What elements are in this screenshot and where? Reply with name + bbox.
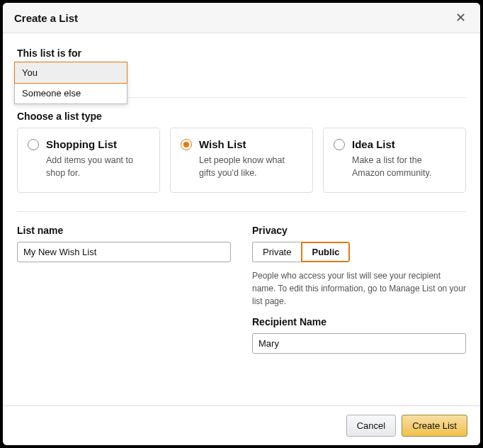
card-title: Shopping List [46,138,117,150]
modal-footer: Cancel Create List [3,405,480,445]
list-type-row: Shopping List Add items you want to shop… [17,128,466,193]
list-type-wish[interactable]: Wish List Let people know what gifts you… [170,128,313,193]
modal-title: Create a List [14,12,78,24]
radio-icon[interactable] [181,139,192,150]
card-head: Wish List [181,138,302,150]
list-for-section: This list is for You Someone else [17,47,466,59]
card-title: Idea List [352,138,395,150]
radio-icon[interactable] [28,139,39,150]
card-head: Shopping List [28,138,149,150]
list-name-col: List name [17,225,231,354]
form-row: List name Privacy Private Public People … [17,225,466,354]
recipient-label: Recipient Name [252,316,466,327]
dropdown-option-you[interactable]: You [14,62,127,84]
radio-icon[interactable] [334,139,345,150]
create-list-modal: Create a List ✕ This list is for You Som… [3,3,480,445]
close-icon[interactable]: ✕ [453,10,469,26]
card-desc: Make a list for the Amazon community. [352,155,455,179]
card-head: Idea List [334,138,455,150]
list-type-idea[interactable]: Idea List Make a list for the Amazon com… [323,128,466,193]
list-type-shopping[interactable]: Shopping List Add items you want to shop… [17,128,160,193]
card-desc: Let people know what gifts you'd like. [199,155,302,179]
list-type-label: Choose a list type [17,111,466,122]
card-title: Wish List [199,138,246,150]
dropdown-option-someone-else[interactable]: Someone else [15,83,127,103]
privacy-public-button[interactable]: Public [301,242,350,262]
privacy-private-button[interactable]: Private [252,242,301,262]
privacy-label: Privacy [252,225,466,236]
modal-body: This list is for You Someone else Choose… [3,33,480,405]
list-name-label: List name [17,225,231,236]
list-for-label: This list is for [17,47,466,59]
cancel-button[interactable]: Cancel [346,415,396,437]
list-name-input[interactable] [17,242,231,262]
privacy-help-text: People who access your list will see you… [252,269,466,308]
privacy-col: Privacy Private Public People who access… [252,225,466,354]
modal-header: Create a List ✕ [3,3,480,33]
card-desc: Add items you want to shop for. [46,155,149,179]
recipient-name-input[interactable] [252,333,466,354]
divider [17,211,466,212]
create-list-button[interactable]: Create List [402,415,467,437]
list-for-dropdown: You Someone else [14,62,127,104]
privacy-toggle: Private Public [252,242,466,262]
